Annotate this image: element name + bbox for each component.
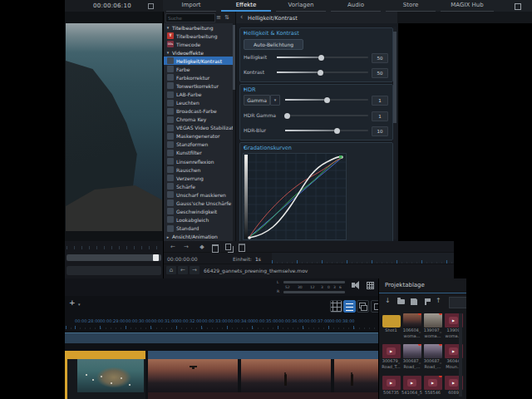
maximize-panel-icon[interactable] — [515, 3, 521, 10]
effects-item-rauschen[interactable]: Rauschen — [164, 165, 236, 174]
grid-view-icon[interactable] — [330, 300, 342, 313]
tab-effekte[interactable]: Effekte — [221, 0, 271, 12]
minimized-track[interactable] — [65, 332, 378, 343]
effects-item-leuchten[interactable]: Leuchten — [164, 99, 236, 107]
frame-view-icon[interactable] — [371, 300, 378, 313]
effects-item-schaerfe[interactable]: Schärfe — [164, 182, 236, 190]
effects-item-vegas-stabilization[interactable]: VEGAS Video Stabilization — [164, 124, 236, 132]
chevron-down-icon[interactable]: ▾ — [78, 302, 81, 307]
effects-item-timecode[interactable]: 00sTimecode — [164, 40, 236, 48]
effects-group-ansicht-animation[interactable]: ▸Ansicht/Animation — [164, 233, 236, 241]
add-track-button[interactable]: + — [69, 298, 76, 307]
keyframe-icon[interactable]: ◆ — [197, 243, 207, 251]
effects-item-standard[interactable]: Standard — [164, 224, 236, 233]
effects-item-titelbearbeitung[interactable]: TTitelbearbeitung — [164, 32, 236, 40]
bin-item[interactable]: ▶ 558546 — [422, 376, 443, 396]
jog-shuttle-bar[interactable] — [66, 266, 161, 275]
effects-group-titelbearbeitung[interactable]: ▾Titelbearbeitung — [164, 23, 236, 32]
kontrast-value[interactable]: 50 — [372, 68, 388, 78]
chevron-down-icon[interactable]: ▾ — [244, 86, 246, 91]
bin-item[interactable]: 300687_Road_... — [401, 344, 422, 369]
bin-item-shot1[interactable]: Shot1 — [381, 313, 401, 333]
gamma-value[interactable]: 1 — [372, 96, 388, 106]
slider-knob[interactable] — [334, 128, 340, 134]
bin-scrollbar[interactable] — [459, 313, 462, 397]
delete-icon[interactable] — [212, 244, 219, 253]
tab-audio[interactable]: Audio — [331, 0, 381, 12]
preview-mini-ruler[interactable] — [66, 244, 161, 249]
effects-item-farbkorrektur[interactable]: Farbkorrektur — [164, 73, 236, 81]
import-icon[interactable]: ↓ — [385, 297, 391, 304]
effects-item-kunstfilter[interactable]: Kunstfilter — [164, 149, 236, 157]
clip-header[interactable]: 139097_woman_standing.mov — [148, 351, 378, 359]
redo-icon[interactable]: → — [181, 243, 191, 251]
hdr-blur-value[interactable]: 10 — [372, 126, 388, 136]
save-icon[interactable] — [411, 298, 417, 305]
sort-icon[interactable]: ⇅ — [224, 14, 230, 21]
kontrast-slider[interactable] — [277, 71, 368, 73]
bin-item[interactable]: ▶ 300679_Road_T... — [381, 344, 401, 369]
effects-item-gauss-unschaerfe[interactable]: Gauss'sche Unschärfe — [164, 199, 236, 207]
search-input[interactable] — [165, 13, 215, 22]
gamma-slider[interactable] — [285, 99, 368, 101]
tab-import[interactable]: Import — [166, 0, 216, 12]
helligkeit-value[interactable]: 50 — [372, 53, 388, 63]
curves-graph[interactable] — [243, 153, 347, 240]
dropdown-chevron-icon[interactable]: ▾ — [270, 95, 280, 106]
scrubber-handle[interactable] — [153, 254, 159, 261]
flag-icon[interactable] — [425, 298, 426, 305]
timeline-clip-gannets[interactable]: ing_themselve.movFarbkorrektur — [65, 351, 148, 399]
stack-view-icon[interactable] — [357, 300, 369, 313]
preview-scrubber[interactable] — [66, 254, 161, 261]
timeline-clip-woman-standing[interactable]: 139097_woman_standing.mov — [148, 351, 378, 399]
speaker-icon[interactable] — [352, 283, 355, 288]
slider-knob[interactable] — [318, 55, 324, 61]
effects-item-tonwertkorrektur[interactable]: Tonwertkorrektur — [164, 81, 236, 90]
effects-item-geschwindigkeit[interactable]: Geschwindigkeit — [164, 207, 236, 215]
tab-magix-hub[interactable]: MAGIX Hub — [441, 0, 494, 12]
effects-item-verzerrung[interactable]: Verzerrung — [164, 174, 236, 182]
paste-icon[interactable] — [239, 244, 245, 252]
keyframe-ruler[interactable] — [272, 253, 454, 264]
up-arrow-icon[interactable]: ↑ — [436, 297, 441, 304]
mixer-icon[interactable] — [367, 282, 374, 289]
auto-exposure-button[interactable]: Auto-Belichtung — [244, 39, 303, 50]
list-view-icon[interactable] — [343, 300, 356, 313]
bin-item[interactable]: 139097_woma... — [422, 313, 443, 338]
bin-item[interactable]: 106604_woma... — [401, 313, 422, 338]
effects-item-helligkeit-kontrast[interactable]: Helligkeit/Kontrast — [164, 57, 236, 65]
timeline-ruler[interactable]: 00:00:28:00 00:00:29:00 00:00:30:00 00:0… — [65, 317, 378, 329]
tab-vorlagen[interactable]: Vorlagen — [276, 0, 326, 12]
tab-store[interactable]: Store — [386, 0, 436, 12]
hdr-gamma-value[interactable]: 1 — [372, 111, 388, 121]
copy-icon[interactable] — [225, 244, 231, 250]
clip-header[interactable]: ing_themselve.movFarbkorrektur — [67, 351, 145, 359]
effects-item-maskengenerator[interactable]: Maskengenerator — [164, 132, 236, 140]
bin-item[interactable]: ▶ 506735 — [381, 376, 401, 396]
bin-item[interactable]: 300687_Road_... — [422, 344, 443, 369]
bin-item[interactable]: ▶ 541064_5 — [401, 376, 422, 396]
effects-item-broadcast-farbe[interactable]: Broadcast-Farbe — [164, 107, 236, 116]
effects-item-unscharf-maskieren[interactable]: Unscharf maskieren — [164, 190, 236, 199]
filter-icon[interactable]: ≡ — [215, 14, 222, 21]
effects-group-videoeffekte[interactable]: ▾Videoeffekte — [164, 48, 236, 57]
bin-search-box[interactable] — [449, 297, 467, 308]
hdr-blur-slider[interactable] — [285, 130, 368, 131]
effects-item-lookabgleich[interactable]: Lookabgleich — [164, 215, 236, 224]
effects-item-linsenreflexion[interactable]: Linsenreflexion — [164, 157, 236, 165]
previous-icon[interactable]: ← — [178, 266, 188, 274]
back-chevron-icon[interactable]: ‹ — [240, 13, 243, 21]
hdr-mode-dropdown[interactable]: Gamma — [244, 95, 270, 106]
undo-icon[interactable]: ← — [168, 243, 178, 251]
effects-item-farbe[interactable]: Farbe — [164, 65, 236, 73]
hdr-gamma-slider[interactable] — [285, 115, 368, 116]
next-icon[interactable]: → — [190, 266, 200, 274]
slider-knob[interactable] — [318, 70, 323, 76]
slider-knob[interactable] — [324, 97, 330, 103]
unit-value[interactable]: 1s — [255, 256, 261, 262]
effects-item-chroma-key[interactable]: Chroma Key — [164, 116, 236, 124]
helligkeit-slider[interactable] — [277, 57, 368, 58]
settings-scrollbar[interactable] — [393, 27, 397, 239]
home-icon[interactable]: ⌂ — [166, 266, 176, 274]
effects-item-stanzformen[interactable]: Stanzformen — [164, 140, 236, 149]
